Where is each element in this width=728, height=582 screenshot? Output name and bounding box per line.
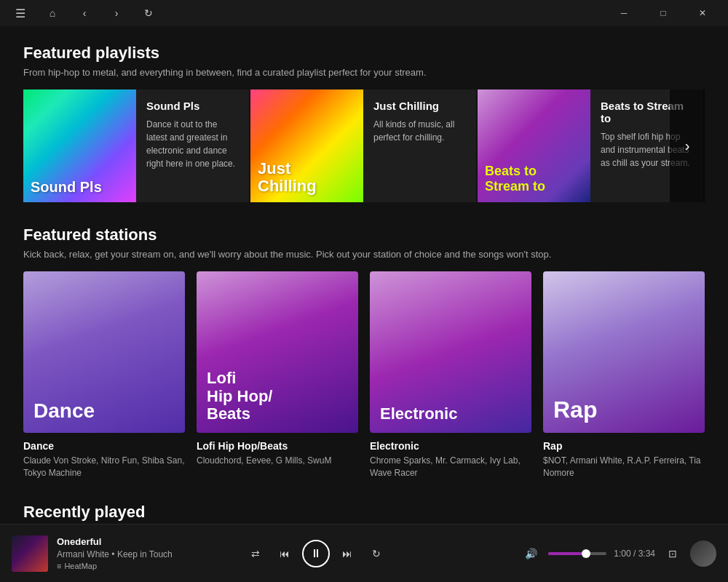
station-thumb-dance: Dance	[23, 271, 185, 433]
player-avatar[interactable]	[690, 541, 716, 567]
volume-icon[interactable]: 🔊	[521, 543, 541, 564]
volume-bar[interactable]	[548, 552, 606, 555]
featured-stations-title: Featured stations	[23, 226, 705, 244]
playlists-container: Sound Pls Sound Pls Dance it out to the …	[23, 89, 705, 202]
forward-button[interactable]: ›	[105, 1, 128, 25]
player-track-name: Onederful	[57, 536, 173, 547]
station-label-lofi: LofiHip Hop/Beats	[207, 370, 272, 423]
home-button[interactable]: ⌂	[41, 1, 64, 25]
titlebar: ☰ ⌂ ‹ › ↻ ─ □ ✕	[0, 0, 728, 26]
station-artists-lofi: Cloudchord, Eevee, G Mills, SwuM	[197, 455, 358, 467]
recently-played-title: Recently played	[23, 503, 705, 522]
playlist-thumb-sound-pls: Sound Pls	[23, 89, 136, 202]
station-name-lofi: Lofi Hip Hop/Beats	[197, 440, 358, 452]
stations-row: Dance Dance Claude Von Stroke, Nitro Fun…	[23, 271, 705, 479]
station-card-electronic[interactable]: Electronic Electronic Chrome Sparks, Mr.…	[370, 271, 531, 479]
close-button[interactable]: ✕	[686, 0, 719, 26]
repeat-button[interactable]: ↻	[365, 542, 388, 565]
featured-stations-subtitle: Kick back, relax, get your stream on, an…	[23, 249, 705, 260]
station-artists-dance: Claude Von Stroke, Nitro Fun, Shiba San,…	[23, 455, 185, 479]
playlist-card-just-chilling[interactable]: JustChilling Just Chilling All kinds of …	[250, 89, 476, 202]
player-track-artist: Armani White • Keep in Touch	[57, 549, 173, 559]
carousel-next-button[interactable]: ›	[670, 89, 705, 202]
player-right: 🔊 1:00 / 3:34 ⊡	[521, 541, 716, 567]
station-card-lofi[interactable]: LofiHip Hop/Beats Lofi Hip Hop/Beats Clo…	[197, 271, 358, 479]
station-label-electronic: Electronic	[380, 405, 457, 423]
player-album-art	[12, 535, 48, 572]
featured-stations-section: Featured stations Kick back, relax, get …	[23, 226, 705, 479]
playlist-info-sound-pls: Sound Pls Dance it out to the latest and…	[136, 89, 249, 202]
station-name-rap: Rap	[543, 440, 705, 452]
playlist-icon: ≡	[57, 562, 61, 570]
station-artists-rap: $NOT, Armani White, R.A.P. Ferreira, Tia…	[543, 455, 705, 479]
station-name-dance: Dance	[23, 440, 185, 452]
playlist-thumb-label-beats-stream: Beats toStream to	[485, 164, 545, 195]
player-track-info: Onederful Armani White • Keep in Touch ≡…	[57, 536, 173, 570]
prev-button[interactable]: ⏮	[273, 542, 296, 565]
station-card-dance[interactable]: Dance Dance Claude Von Stroke, Nitro Fun…	[23, 271, 185, 479]
playlist-thumb-label-just-chilling: JustChilling	[258, 160, 317, 195]
player-track-playlist[interactable]: ≡ HeatMap	[57, 562, 173, 570]
featured-playlists-title: Featured playlists	[23, 44, 705, 63]
main-content: Featured playlists From hip-hop to metal…	[0, 26, 728, 524]
playlist-name-just-chilling: Just Chilling	[373, 100, 466, 112]
minimize-button[interactable]: ─	[607, 0, 641, 26]
titlebar-controls: ─ □ ✕	[607, 0, 719, 26]
station-thumb-electronic: Electronic	[370, 271, 531, 433]
playlist-desc-just-chilling: All kinds of music, all perfect for chil…	[373, 118, 466, 144]
playlist-thumb-just-chilling: JustChilling	[250, 89, 363, 202]
chevron-right-icon: ›	[685, 137, 690, 154]
station-name-electronic: Electronic	[370, 440, 531, 452]
station-card-rap[interactable]: Rap Rap $NOT, Armani White, R.A.P. Ferre…	[543, 271, 705, 479]
station-thumb-rap: Rap	[543, 271, 705, 433]
station-label-dance: Dance	[33, 400, 95, 423]
playlist-desc-sound-pls: Dance it out to the latest and greatest …	[146, 118, 239, 170]
station-label-rap: Rap	[553, 397, 597, 423]
playlist-thumb-beats-stream: Beats toStream to	[478, 89, 590, 202]
playlist-name-sound-pls: Sound Pls	[146, 100, 239, 112]
playlist-thumb-label-sound-pls: Sound Pls	[31, 179, 102, 195]
pip-button[interactable]: ⊡	[662, 543, 683, 564]
recently-played-section: Recently played Your listening history f…	[23, 503, 705, 524]
maximize-button[interactable]: □	[646, 0, 680, 26]
playlist-info-just-chilling: Just Chilling All kinds of music, all pe…	[363, 89, 476, 202]
player-controls: ⇄ ⏮ ⏸ ⏭ ↻	[244, 540, 388, 567]
back-button[interactable]: ‹	[73, 1, 96, 25]
station-artists-electronic: Chrome Sparks, Mr. Carmack, Ivy Lab, Wav…	[370, 455, 531, 479]
featured-playlists-subtitle: From hip-hop to metal, and everything in…	[23, 67, 705, 78]
time-display: 1:00 / 3:34	[614, 549, 655, 559]
refresh-button[interactable]: ↻	[137, 1, 160, 25]
player-playlist-name: HeatMap	[64, 562, 97, 570]
play-pause-button[interactable]: ⏸	[302, 540, 330, 567]
volume-knob[interactable]	[582, 549, 590, 558]
hamburger-menu-button[interactable]: ☰	[9, 1, 32, 25]
next-button[interactable]: ⏭	[336, 542, 359, 565]
player-bar: Onederful Armani White • Keep in Touch ≡…	[0, 524, 728, 582]
playlist-card-sound-pls[interactable]: Sound Pls Sound Pls Dance it out to the …	[23, 89, 249, 202]
player-album-art-inner	[12, 535, 48, 572]
titlebar-left: ☰ ⌂ ‹ › ↻	[9, 1, 160, 25]
playlists-row: Sound Pls Sound Pls Dance it out to the …	[23, 89, 705, 202]
featured-playlists-section: Featured playlists From hip-hop to metal…	[23, 44, 705, 202]
volume-fill	[548, 552, 586, 555]
station-thumb-lofi: LofiHip Hop/Beats	[197, 271, 358, 433]
shuffle-button[interactable]: ⇄	[244, 542, 267, 565]
